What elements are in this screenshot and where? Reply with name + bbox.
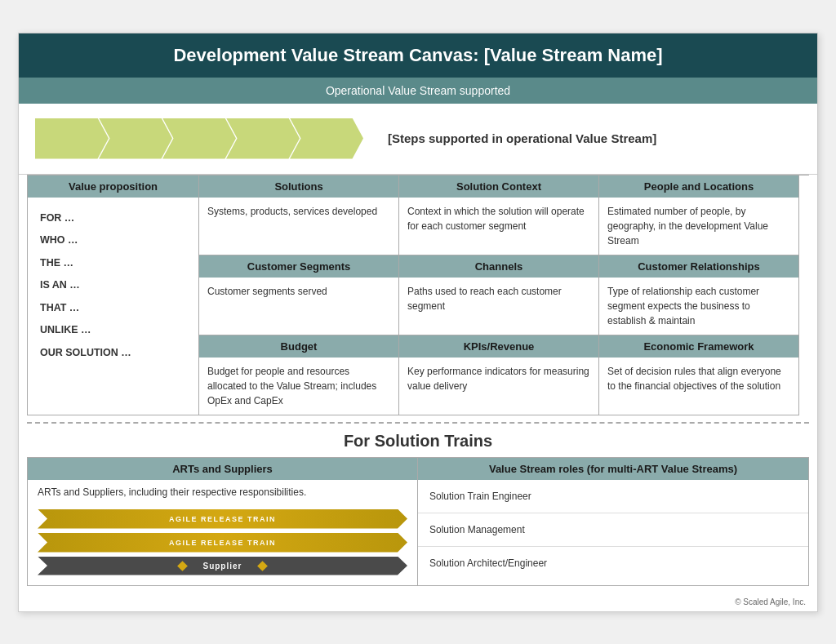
main-grid: Value proposition FOR … WHO … THE … IS A… [27,175,809,415]
arrow-1 [35,118,109,159]
diamond-left-icon [178,561,189,571]
value-proposition-header: Value proposition [28,175,198,198]
kpis-revenue-header: KPIs/Revenue [399,335,598,358]
steps-label: [Steps supported in operational Value St… [388,131,656,145]
solution-context-header: Solution Context [399,175,598,198]
vs-roles-header: Value Stream roles (for multi-ART Value … [418,458,808,480]
role-item-3: Solution Architect/Engineer [418,547,808,580]
supplier-label: Supplier [202,562,242,571]
bottom-grid: ARTs and Suppliers ARTs and Suppliers, i… [27,457,809,586]
economic-framework-header: Economic Framework [599,335,798,358]
kpis-revenue-cell: KPIs/Revenue Key performance indicators … [399,335,599,415]
customer-relationships-cell: Customer Relationships Type of relations… [599,255,799,335]
value-proposition-cell: Value proposition FOR … WHO … THE … IS A… [28,175,199,415]
arrow-5 [290,118,363,159]
vp-item-7: OUR SOLUTION … [40,342,186,365]
arrow-2 [99,118,172,159]
vp-item-3: THE … [40,252,186,275]
customer-segments-body: Customer segments served [199,278,398,305]
budget-header: Budget [199,335,398,358]
arrow-3 [162,118,236,159]
customer-segments-header: Customer Segments [199,255,398,278]
solutions-cell: Solutions Systems, products, services de… [199,175,399,255]
solutions-header: Solutions [199,175,398,198]
budget-cell: Budget Budget for people and resources a… [199,335,399,415]
vp-item-6: UNLIKE … [40,319,186,342]
diamond-right-icon [257,561,268,571]
art-bar-1: AGILE RELEASE TRAIN [38,509,407,529]
customer-relationships-body: Type of relationship each customer segme… [599,278,798,335]
vp-item-2: WHO … [40,229,186,252]
canvas-wrapper: Development Value Stream Canvas: [Value … [18,33,818,612]
economic-framework-cell: Economic Framework Set of decision rules… [599,335,799,415]
channels-cell: Channels Paths used to reach each custom… [399,255,599,335]
channels-body: Paths used to reach each customer segmen… [399,278,598,320]
vs-roles-cell: Value Stream roles (for multi-ART Value … [418,458,808,585]
arts-suppliers-cell: ARTs and Suppliers ARTs and Suppliers, i… [28,458,418,585]
vp-item-1: FOR … [40,207,186,230]
people-locations-cell: People and Locations Estimated number of… [599,175,799,255]
supplier-bar: Supplier [38,557,407,575]
solution-trains-label: For Solution Trains [27,422,809,457]
art-bar-2: AGILE RELEASE TRAIN [38,533,407,553]
solution-context-cell: Solution Context Context in which the so… [399,175,599,255]
economic-framework-body: Set of decision rules that align everyon… [599,358,798,400]
role-item-2: Solution Management [418,513,808,547]
customer-relationships-header: Customer Relationships [599,255,798,278]
vp-item-4: IS AN … [40,274,186,297]
arrows-row: [Steps supported in operational Value St… [19,104,817,175]
channels-header: Channels [399,255,598,278]
arrow-4 [226,118,300,159]
vs-roles-body: Solution Train Engineer Solution Managem… [418,480,808,580]
operational-bar: Operational Value Stream supported [19,78,817,104]
vp-item-5: THAT … [40,297,186,320]
people-locations-header: People and Locations [599,175,798,198]
kpis-revenue-body: Key performance indicators for measuring… [399,358,598,400]
arrows-container [35,118,363,159]
role-item-1: Solution Train Engineer [418,480,808,513]
value-proposition-body: FOR … WHO … THE … IS AN … THAT … UNLIKE … [28,198,198,375]
budget-body: Budget for people and resources allocate… [199,358,398,415]
arts-suppliers-header: ARTs and Suppliers [28,458,417,480]
solution-context-body: Context in which the solution will opera… [399,198,598,240]
arts-suppliers-desc: ARTs and Suppliers, including their resp… [38,486,407,498]
solutions-body: Systems, products, services developed [199,198,398,225]
arts-suppliers-body: ARTs and Suppliers, including their resp… [28,480,417,585]
people-locations-body: Estimated number of people, by geography… [599,198,798,255]
page-title: Development Value Stream Canvas: [Value … [19,33,817,78]
customer-segments-cell: Customer Segments Customer segments serv… [199,255,399,335]
copyright: © Scaled Agile, Inc. [19,594,817,611]
